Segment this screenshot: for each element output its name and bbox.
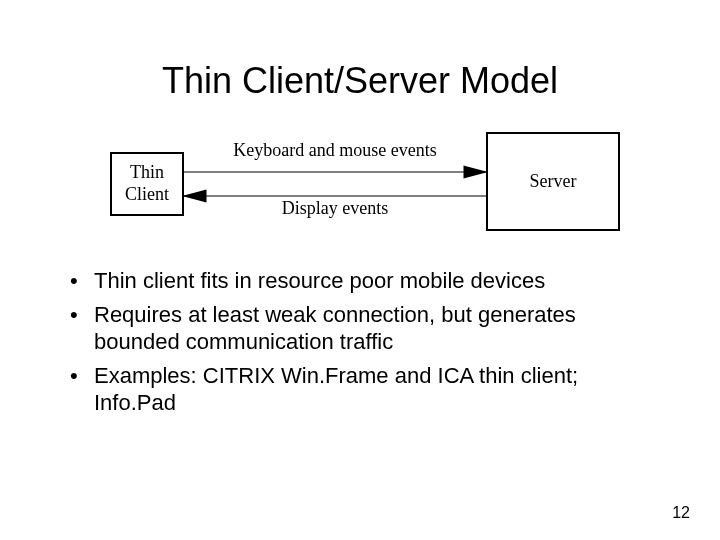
- slide-title: Thin Client/Server Model: [50, 60, 670, 102]
- svg-marker-1: [464, 166, 488, 179]
- bullet-list: Thin client fits in resource poor mobile…: [60, 267, 660, 417]
- bottom-arrow-label: Display events: [182, 198, 488, 219]
- arrow-right-icon: [182, 164, 488, 180]
- server-box: Server: [486, 132, 620, 231]
- list-item: Requires at least weak connection, but g…: [90, 301, 660, 356]
- top-arrow-label: Keyboard and mouse events: [182, 140, 488, 161]
- diagram: Thin Client Server Keyboard and mouse ev…: [80, 132, 640, 242]
- server-box-label: Server: [530, 171, 577, 193]
- client-box: Thin Client: [110, 152, 184, 216]
- list-item: Examples: CITRIX Win.Frame and ICA thin …: [90, 362, 660, 417]
- client-box-label: Thin Client: [125, 162, 169, 205]
- list-item: Thin client fits in resource poor mobile…: [90, 267, 660, 295]
- page-number: 12: [672, 504, 690, 522]
